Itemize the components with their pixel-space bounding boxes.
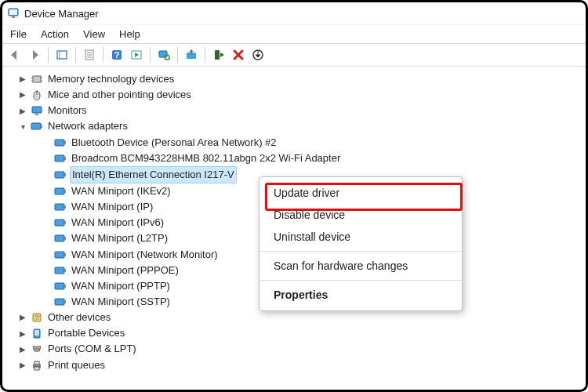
tree-label: Ports (COM & LPT) (46, 341, 138, 357)
tree-label: WAN Miniport (PPTP) (70, 278, 172, 294)
tree-item-network-adapters[interactable]: ▾ Network adapters (16, 118, 586, 134)
window-title: Device Manager (24, 8, 99, 20)
network-adapter-icon (54, 217, 67, 228)
svg-rect-50 (64, 300, 66, 303)
help-button[interactable]: ? (107, 45, 126, 64)
device-manager-icon (7, 7, 20, 20)
caret-right-icon[interactable]: ▶ (18, 311, 27, 324)
tree-item-mice[interactable]: ▶ Mice and other pointing devices (16, 87, 586, 103)
tree-item-other-devices[interactable]: ▶ ? Other devices (16, 310, 586, 325)
tree-label: WAN Miniport (IKEv2) (70, 183, 172, 199)
context-scan-hardware[interactable]: Scan for hardware changes (260, 255, 462, 277)
network-adapter-icon (54, 281, 67, 292)
menubar: File Action View Help (2, 24, 586, 43)
scan-button[interactable] (154, 45, 173, 64)
tree-label: WAN Miniport (SSTP) (70, 294, 172, 310)
tree-label: Print queues (46, 358, 107, 373)
network-adapter-icon (54, 265, 67, 276)
svg-rect-28 (41, 125, 42, 128)
printer-icon (31, 360, 43, 371)
caret-right-icon[interactable]: ▶ (18, 73, 27, 85)
svg-rect-30 (64, 141, 66, 144)
enable-button[interactable] (249, 45, 267, 64)
svg-rect-25 (32, 107, 42, 113)
context-uninstall-device[interactable]: Uninstall device (260, 226, 462, 248)
svg-rect-36 (64, 190, 66, 193)
svg-point-57 (38, 349, 39, 350)
context-update-driver[interactable]: Update driver (260, 182, 462, 204)
svg-line-14 (169, 59, 170, 60)
tree-item-monitors[interactable]: ▶ Monitors (16, 103, 586, 118)
svg-rect-33 (55, 172, 64, 178)
svg-rect-45 (55, 267, 64, 274)
svg-rect-60 (34, 367, 39, 370)
caret-right-icon[interactable]: ▶ (18, 328, 27, 340)
menu-file[interactable]: File (10, 28, 27, 40)
unknown-device-icon: ? (31, 312, 43, 323)
tree-item-print-queues[interactable]: ▶ Print queues (16, 358, 586, 373)
tree-label: Portable Devices (46, 325, 126, 341)
caret-right-icon[interactable]: ▶ (18, 343, 27, 356)
action-button[interactable] (127, 45, 146, 64)
svg-point-56 (36, 349, 38, 350)
context-separator (260, 280, 462, 281)
svg-rect-34 (64, 173, 66, 176)
svg-rect-39 (55, 220, 64, 226)
caret-right-icon[interactable]: ▶ (18, 359, 27, 372)
svg-rect-18 (33, 76, 41, 82)
svg-rect-59 (34, 361, 39, 365)
tree-item-ports[interactable]: ▶ Ports (COM & LPT) (16, 341, 586, 357)
tree-label: Mice and other pointing devices (46, 87, 193, 103)
svg-rect-40 (64, 221, 66, 224)
toolbar: ? (2, 43, 586, 67)
svg-rect-3 (57, 51, 67, 59)
tree-label: Broadcom BCM943228HMB 802.11abgn 2x2 Wi-… (70, 151, 342, 166)
caret-down-icon[interactable]: ▾ (18, 121, 27, 133)
svg-rect-49 (55, 299, 64, 305)
network-adapter-icon (54, 201, 67, 212)
chip-icon (31, 74, 43, 85)
context-menu: Update driver Disable device Uninstall d… (259, 176, 463, 311)
caret-right-icon[interactable]: ▶ (18, 89, 27, 101)
portable-device-icon (31, 328, 43, 339)
menu-help[interactable]: Help (119, 28, 140, 40)
svg-rect-29 (55, 140, 64, 146)
svg-point-55 (34, 349, 36, 350)
toolbar-separator (177, 47, 178, 63)
disable-button[interactable] (209, 45, 228, 64)
toolbar-separator (150, 47, 151, 63)
back-button[interactable] (5, 45, 24, 64)
toolbar-separator (75, 47, 76, 63)
svg-rect-37 (55, 204, 64, 210)
svg-text:?: ? (114, 50, 120, 60)
network-adapter-icon (31, 121, 43, 132)
svg-rect-31 (55, 155, 64, 162)
svg-rect-41 (55, 235, 64, 241)
menu-action[interactable]: Action (41, 28, 69, 40)
tree-label: WAN Miniport (L2TP) (70, 230, 169, 246)
context-properties[interactable]: Properties (260, 284, 462, 306)
toolbar-separator (48, 47, 49, 63)
network-adapter-icon (54, 186, 67, 197)
tree-item-broadcom-wifi[interactable]: ▶Broadcom BCM943228HMB 802.11abgn 2x2 Wi… (34, 151, 586, 166)
network-adapter-icon (54, 153, 67, 164)
svg-rect-38 (64, 205, 66, 209)
network-adapter-icon (54, 249, 67, 260)
network-adapter-icon (54, 233, 67, 244)
svg-rect-47 (55, 283, 64, 289)
tree-item-portable-devices[interactable]: ▶ Portable Devices (16, 325, 586, 341)
menu-view[interactable]: View (83, 28, 105, 40)
svg-rect-48 (64, 285, 66, 288)
properties-button[interactable] (80, 45, 99, 64)
svg-rect-1 (9, 9, 17, 15)
svg-rect-26 (35, 114, 38, 115)
uninstall-button[interactable] (229, 45, 248, 64)
caret-right-icon[interactable]: ▶ (18, 105, 27, 118)
context-disable-device[interactable]: Disable device (260, 204, 462, 226)
tree-item-bluetooth-pan[interactable]: ▶Bluetooth Device (Personal Area Network… (34, 135, 586, 151)
show-hidden-button[interactable] (53, 45, 71, 64)
update-driver-button[interactable] (182, 45, 201, 64)
svg-text:?: ? (34, 314, 38, 321)
tree-item-memory[interactable]: ▶ Memory technology devices (16, 71, 586, 87)
forward-button[interactable] (25, 45, 44, 64)
